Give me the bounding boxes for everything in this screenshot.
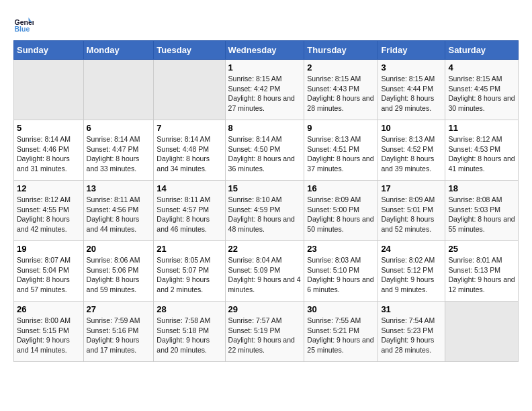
calendar-cell: 18Sunrise: 8:08 AM Sunset: 5:03 PM Dayli… (445, 181, 519, 241)
day-info: Sunrise: 8:13 AM Sunset: 4:51 PM Dayligh… (307, 134, 375, 174)
day-number: 11 (448, 123, 515, 133)
calendar-cell: 25Sunrise: 8:01 AM Sunset: 5:13 PM Dayli… (445, 241, 519, 302)
day-info: Sunrise: 8:15 AM Sunset: 4:45 PM Dayligh… (448, 74, 515, 113)
week-row-5: 26Sunrise: 8:00 AM Sunset: 5:15 PM Dayli… (14, 302, 519, 362)
day-info: Sunrise: 8:06 AM Sunset: 5:06 PM Dayligh… (87, 255, 151, 295)
day-number: 20 (87, 244, 151, 254)
day-number: 29 (228, 304, 302, 314)
calendar-cell: 5Sunrise: 8:14 AM Sunset: 4:46 PM Daylig… (14, 120, 84, 181)
calendar-cell (83, 60, 154, 120)
day-info: Sunrise: 8:11 AM Sunset: 4:57 PM Dayligh… (157, 195, 222, 234)
calendar-cell: 26Sunrise: 8:00 AM Sunset: 5:15 PM Dayli… (14, 302, 84, 362)
day-number: 24 (381, 244, 442, 254)
week-row-2: 5Sunrise: 8:14 AM Sunset: 4:46 PM Daylig… (14, 120, 519, 181)
calendar-cell (14, 60, 84, 120)
day-info: Sunrise: 8:10 AM Sunset: 4:59 PM Dayligh… (228, 195, 302, 234)
week-row-4: 19Sunrise: 8:07 AM Sunset: 5:04 PM Dayli… (14, 241, 519, 302)
day-info: Sunrise: 7:55 AM Sunset: 5:21 PM Dayligh… (307, 316, 375, 355)
day-info: Sunrise: 8:14 AM Sunset: 4:48 PM Dayligh… (157, 134, 222, 174)
day-number: 10 (381, 123, 442, 133)
calendar-cell: 6Sunrise: 8:14 AM Sunset: 4:47 PM Daylig… (83, 120, 154, 181)
day-number: 3 (381, 62, 442, 73)
calendar-cell: 3Sunrise: 8:15 AM Sunset: 4:44 PM Daylig… (378, 60, 445, 120)
day-info: Sunrise: 8:03 AM Sunset: 5:10 PM Dayligh… (307, 255, 375, 295)
day-info: Sunrise: 8:15 AM Sunset: 4:43 PM Dayligh… (307, 74, 375, 113)
day-info: Sunrise: 8:15 AM Sunset: 4:42 PM Dayligh… (228, 74, 302, 113)
calendar-cell: 11Sunrise: 8:12 AM Sunset: 4:53 PM Dayli… (445, 120, 519, 181)
day-number: 7 (157, 123, 222, 133)
day-header-thursday: Thursday (304, 41, 378, 60)
calendar-cell: 4Sunrise: 8:15 AM Sunset: 4:45 PM Daylig… (445, 60, 519, 120)
day-info: Sunrise: 8:07 AM Sunset: 5:04 PM Dayligh… (17, 255, 81, 295)
day-number: 23 (307, 244, 375, 254)
day-header-saturday: Saturday (445, 41, 519, 60)
day-number: 14 (157, 183, 222, 193)
day-info: Sunrise: 8:15 AM Sunset: 4:44 PM Dayligh… (381, 74, 442, 113)
day-info: Sunrise: 8:04 AM Sunset: 5:09 PM Dayligh… (228, 255, 302, 295)
day-info: Sunrise: 8:14 AM Sunset: 4:47 PM Dayligh… (87, 134, 151, 174)
day-info: Sunrise: 8:13 AM Sunset: 4:52 PM Dayligh… (381, 134, 442, 174)
calendar-cell: 10Sunrise: 8:13 AM Sunset: 4:52 PM Dayli… (378, 120, 445, 181)
day-number: 13 (87, 183, 151, 193)
day-number: 30 (307, 304, 375, 314)
calendar-cell: 2Sunrise: 8:15 AM Sunset: 4:43 PM Daylig… (304, 60, 378, 120)
day-number: 26 (17, 304, 81, 314)
day-info: Sunrise: 8:11 AM Sunset: 4:56 PM Dayligh… (87, 195, 151, 234)
day-info: Sunrise: 7:57 AM Sunset: 5:19 PM Dayligh… (228, 316, 302, 355)
day-info: Sunrise: 8:14 AM Sunset: 4:46 PM Dayligh… (17, 134, 81, 174)
day-number: 31 (381, 304, 442, 314)
calendar-cell: 21Sunrise: 8:05 AM Sunset: 5:07 PM Dayli… (154, 241, 225, 302)
calendar-cell: 16Sunrise: 8:09 AM Sunset: 5:00 PM Dayli… (304, 181, 378, 241)
day-info: Sunrise: 8:00 AM Sunset: 5:15 PM Dayligh… (17, 316, 81, 355)
calendar-cell: 31Sunrise: 7:54 AM Sunset: 5:23 PM Dayli… (378, 302, 445, 362)
day-number: 22 (228, 244, 302, 254)
day-number: 16 (307, 183, 375, 193)
calendar-cell (154, 60, 225, 120)
day-number: 2 (307, 62, 375, 73)
day-info: Sunrise: 8:09 AM Sunset: 5:00 PM Dayligh… (307, 195, 375, 234)
calendar-cell: 27Sunrise: 7:59 AM Sunset: 5:16 PM Dayli… (83, 302, 154, 362)
day-number: 25 (448, 244, 515, 254)
day-number: 6 (87, 123, 151, 133)
calendar-cell: 15Sunrise: 8:10 AM Sunset: 4:59 PM Dayli… (225, 181, 304, 241)
day-number: 15 (228, 183, 302, 193)
calendar-cell: 12Sunrise: 8:12 AM Sunset: 4:55 PM Dayli… (14, 181, 84, 241)
calendar-cell: 1Sunrise: 8:15 AM Sunset: 4:42 PM Daylig… (225, 60, 304, 120)
calendar-cell: 24Sunrise: 8:02 AM Sunset: 5:12 PM Dayli… (378, 241, 445, 302)
day-info: Sunrise: 8:08 AM Sunset: 5:03 PM Dayligh… (448, 195, 515, 234)
day-number: 8 (228, 123, 302, 133)
calendar-cell: 22Sunrise: 8:04 AM Sunset: 5:09 PM Dayli… (225, 241, 304, 302)
calendar-cell: 17Sunrise: 8:09 AM Sunset: 5:01 PM Dayli… (378, 181, 445, 241)
week-row-1: 1Sunrise: 8:15 AM Sunset: 4:42 PM Daylig… (14, 60, 519, 120)
calendar-cell: 19Sunrise: 8:07 AM Sunset: 5:04 PM Dayli… (14, 241, 84, 302)
day-number: 18 (448, 183, 515, 193)
day-number: 1 (228, 62, 302, 73)
day-info: Sunrise: 8:09 AM Sunset: 5:01 PM Dayligh… (381, 195, 442, 234)
day-info: Sunrise: 8:14 AM Sunset: 4:50 PM Dayligh… (228, 134, 302, 174)
calendar-cell: 29Sunrise: 7:57 AM Sunset: 5:19 PM Dayli… (225, 302, 304, 362)
day-info: Sunrise: 8:05 AM Sunset: 5:07 PM Dayligh… (157, 255, 222, 295)
day-number: 12 (17, 183, 81, 193)
day-number: 9 (307, 123, 375, 133)
calendar-cell: 7Sunrise: 8:14 AM Sunset: 4:48 PM Daylig… (154, 120, 225, 181)
day-info: Sunrise: 7:58 AM Sunset: 5:18 PM Dayligh… (157, 316, 222, 355)
calendar-cell: 30Sunrise: 7:55 AM Sunset: 5:21 PM Dayli… (304, 302, 378, 362)
day-number: 27 (87, 304, 151, 314)
day-info: Sunrise: 7:54 AM Sunset: 5:23 PM Dayligh… (381, 316, 442, 355)
page-header: General Blue (13, 13, 519, 34)
day-number: 17 (381, 183, 442, 193)
day-header-friday: Friday (378, 41, 445, 60)
calendar-cell: 23Sunrise: 8:03 AM Sunset: 5:10 PM Dayli… (304, 241, 378, 302)
day-header-monday: Monday (83, 41, 154, 60)
svg-text:Blue: Blue (15, 25, 30, 33)
day-header-wednesday: Wednesday (225, 41, 304, 60)
day-header-sunday: Sunday (14, 41, 84, 60)
calendar-cell: 9Sunrise: 8:13 AM Sunset: 4:51 PM Daylig… (304, 120, 378, 181)
day-number: 5 (17, 123, 81, 133)
logo: General Blue (13, 13, 34, 34)
week-row-3: 12Sunrise: 8:12 AM Sunset: 4:55 PM Dayli… (14, 181, 519, 241)
calendar-cell: 13Sunrise: 8:11 AM Sunset: 4:56 PM Dayli… (83, 181, 154, 241)
calendar-cell: 8Sunrise: 8:14 AM Sunset: 4:50 PM Daylig… (225, 120, 304, 181)
day-info: Sunrise: 7:59 AM Sunset: 5:16 PM Dayligh… (87, 316, 151, 355)
calendar-cell (445, 302, 519, 362)
